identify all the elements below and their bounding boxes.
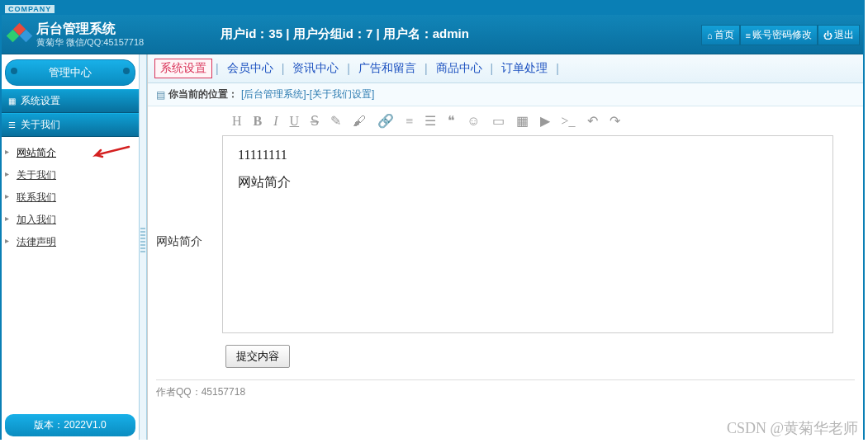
list-ol-icon[interactable]: ≡	[406, 114, 413, 129]
brush-icon[interactable]: 🖌	[353, 114, 366, 129]
sidebar: 管理中心 ▦系统设置 ☰关于我们 网站简介 关于我们 联系我们 加入我们 法律声…	[2, 54, 139, 440]
bold-icon[interactable]: B	[254, 114, 263, 129]
strike-icon[interactable]: S̶	[311, 113, 319, 129]
editor-toolbar: H B I U S̶ ✎ 🖌 🔗 ≡ ☰ ❝ ☺ ▭ ▦ ▶ >_ ↶	[221, 106, 863, 135]
tab-ads-messages[interactable]: 广告和留言	[353, 59, 421, 78]
breadcrumb: ▤ 你当前的位置： [后台管理系统]-[关于我们设置]	[148, 83, 863, 106]
home-icon: ⌂	[707, 31, 713, 40]
logout-button[interactable]: ⏻退出	[818, 25, 860, 45]
breadcrumb-label: 你当前的位置：	[168, 87, 238, 101]
main-panel: 系统设置| 会员中心| 资讯中心| 广告和留言| 商品中心| 订单处理| ▤ 你…	[147, 54, 863, 440]
company-tag: COMPANY	[2, 2, 863, 15]
app-title: 后台管理系统	[36, 21, 144, 36]
app-subtitle: 黄菊华 微信/QQ:45157718	[36, 37, 144, 48]
eraser-icon[interactable]: ✎	[330, 113, 341, 129]
power-icon: ⏻	[823, 31, 832, 40]
pointer-arrow-icon	[91, 145, 130, 163]
editor-line: 11111111	[238, 148, 818, 163]
password-button[interactable]: ≡账号密码修改	[740, 25, 818, 45]
tab-product-center[interactable]: 商品中心	[431, 59, 487, 78]
editor-textarea[interactable]: 11111111 网站简介	[222, 135, 833, 333]
breadcrumb-path: [后台管理系统]-[关于我们设置]	[241, 87, 374, 101]
user-info: 用户id：35 | 用户分组id：7 | 用户名：admin	[221, 26, 469, 42]
tab-system-settings[interactable]: 系统设置	[154, 59, 212, 78]
underline-icon[interactable]: U	[290, 114, 300, 129]
heading-icon[interactable]: H	[232, 114, 242, 129]
field-label: 网站简介	[156, 135, 222, 249]
quote-icon[interactable]: ❝	[448, 113, 455, 129]
sidebar-item-about-us[interactable]: 关于我们	[17, 164, 139, 186]
list-icon: ≡	[746, 31, 751, 40]
editor-line: 网站简介	[238, 174, 818, 191]
sidebar-item-site-intro[interactable]: 网站简介	[17, 142, 139, 164]
tab-news-center[interactable]: 资讯中心	[287, 59, 344, 78]
emoji-icon[interactable]: ☺	[467, 114, 480, 129]
top-nav: 系统设置| 会员中心| 资讯中心| 广告和留言| 商品中心| 订单处理|	[148, 54, 863, 83]
table-icon[interactable]: ▦	[516, 113, 529, 129]
doc-icon: ▤	[156, 89, 165, 101]
header-bar: 后台管理系统 黄菊华 微信/QQ:45157718 用户id：35 | 用户分组…	[2, 15, 863, 54]
splitter-handle[interactable]	[139, 54, 147, 440]
menu-icon: ☰	[8, 120, 16, 130]
sidebar-item-contact-us[interactable]: 联系我们	[17, 186, 139, 209]
tab-order-process[interactable]: 订单处理	[496, 59, 553, 78]
logo-icon	[8, 23, 31, 46]
undo-icon[interactable]: ↶	[587, 113, 598, 129]
version-label: 版本：2022V1.0	[5, 414, 135, 436]
sidebar-item-join-us[interactable]: 加入我们	[17, 209, 139, 231]
tab-member-center[interactable]: 会员中心	[222, 59, 278, 78]
video-icon[interactable]: ▶	[540, 113, 550, 129]
sidebar-cat-about[interactable]: ☰关于我们	[2, 113, 139, 137]
grid-icon: ▦	[8, 97, 16, 106]
list-ul-icon[interactable]: ☰	[425, 113, 436, 129]
submit-button[interactable]: 提交内容	[225, 345, 290, 368]
footer-note: 作者QQ：45157718	[156, 379, 855, 404]
sidebar-item-legal[interactable]: 法律声明	[17, 231, 139, 253]
sidebar-cat-system[interactable]: ▦系统设置	[2, 89, 139, 113]
sidebar-heading: 管理中心	[5, 59, 135, 86]
logo-block: 后台管理系统 黄菊华 微信/QQ:45157718	[2, 21, 212, 47]
link-icon[interactable]: 🔗	[377, 113, 394, 129]
home-button[interactable]: ⌂首页	[701, 25, 740, 45]
code-icon[interactable]: >_	[562, 114, 576, 129]
italic-icon[interactable]: I	[273, 114, 277, 129]
image-icon[interactable]: ▭	[492, 113, 505, 129]
redo-icon[interactable]: ↷	[609, 113, 620, 129]
